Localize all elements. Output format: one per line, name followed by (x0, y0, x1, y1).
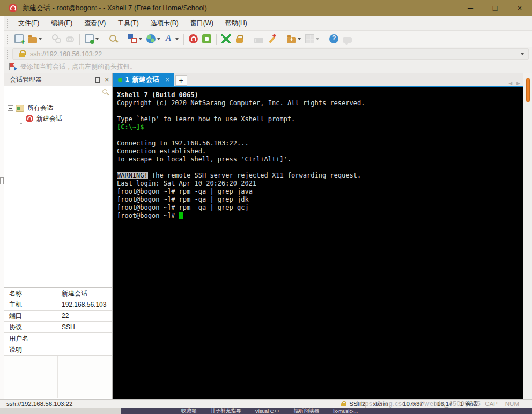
toolbar-grip[interactable] (6, 34, 9, 44)
open-folder-dropdown-icon[interactable] (39, 38, 42, 40)
reconnect-button (63, 32, 77, 46)
menu-item-tab[interactable]: 选项卡(B) (145, 17, 184, 29)
terminal-line (117, 164, 523, 172)
session-properties-table: 名称新建会话主机192.168.56.103端口22协议SSH用户名说明 (4, 287, 112, 398)
session-properties-dropdown-icon[interactable] (95, 38, 99, 40)
menubar-grip[interactable] (6, 18, 9, 28)
status-cap: CAP (485, 401, 498, 407)
tab-close-icon[interactable]: × (166, 76, 169, 84)
property-value[interactable]: 22 (57, 310, 112, 321)
new-folder-button[interactable] (285, 32, 303, 46)
tab-index: 1 (125, 76, 129, 83)
background-taskbar-item: 福昕阅读器 (294, 408, 320, 414)
address-bar[interactable]: ssh://192.168.56.103:22 (12, 48, 529, 60)
help-icon (329, 34, 338, 43)
session-search-input[interactable] (8, 87, 102, 97)
property-row: 主机192.168.56.103 (4, 299, 112, 310)
maximize-button[interactable]: □ (483, 0, 507, 16)
tree-root-label: 所有会话 (27, 104, 53, 113)
new-tab-button[interactable]: + (175, 75, 187, 86)
property-value[interactable]: 192.168.56.103 (57, 299, 112, 310)
menu-item-tools[interactable]: 工具(T) (112, 17, 144, 29)
address-bar-row: ssh://192.168.56.103:22 (0, 47, 532, 61)
tab-scroll-right-icon[interactable]: ▶ (516, 80, 520, 86)
highlight-button[interactable] (265, 32, 279, 46)
window-title: 新建会话 - root@bogon:~ - Xshell 7 (Free for… (23, 3, 207, 13)
status-protocol: SSH2 (341, 401, 365, 407)
toolbar-separator (216, 34, 217, 45)
help-button[interactable] (327, 32, 341, 46)
addressbar-grip[interactable] (6, 49, 9, 59)
tab-bar: 1 新建会话 × + ◀ ▶ (113, 73, 532, 86)
tree-item-all-sessions[interactable]: 所有会话 (4, 102, 112, 113)
close-button[interactable]: × (507, 0, 532, 16)
new-folder-dropdown-icon[interactable] (298, 38, 301, 40)
property-value[interactable] (57, 344, 112, 355)
terminal-line (117, 131, 523, 139)
flag-icon (9, 63, 16, 71)
address-url: ssh://192.168.56.103:22 (30, 50, 102, 58)
status-cursor-pos: 16,17 (431, 401, 453, 407)
find-button[interactable] (107, 32, 120, 46)
scrollbar-thumb[interactable] (526, 78, 530, 102)
sessions-folder-icon (16, 105, 24, 112)
open-folder-button[interactable] (26, 32, 44, 46)
new-session-button[interactable] (12, 32, 26, 46)
status-bar: ssh://192.168.56.103:22 SSH2 xterm 107x3… (0, 399, 532, 408)
connected-dot-icon (118, 78, 122, 82)
property-label: 协议 (4, 322, 57, 332)
info-bar: 要添加当前会话，点击左侧的箭头按钮。 (0, 61, 532, 73)
fullscreen-button[interactable] (219, 32, 233, 46)
status-num: NUM (505, 401, 519, 407)
tile-button (303, 32, 321, 46)
property-row: 端口22 (4, 310, 112, 322)
property-value[interactable]: SSH (57, 322, 112, 332)
menu-item-edit[interactable]: 编辑(E) (45, 17, 78, 29)
background-taskbar-item: Visual C++ (255, 408, 280, 414)
session-manager-panel: 会话管理器 × 所有会话 新建会话 名称新建会话主机192.168.56.103… (4, 73, 113, 399)
arrange-dropdown-icon[interactable] (139, 38, 142, 40)
menu-item-help[interactable]: 帮助(H) (219, 17, 253, 29)
xshell-button[interactable] (187, 32, 200, 46)
fullscreen-icon (221, 34, 231, 43)
ssl-lock-icon (18, 50, 26, 58)
web-dropdown-icon[interactable] (157, 38, 160, 40)
property-row: 说明 (4, 344, 112, 356)
arrange-button[interactable] (126, 32, 144, 46)
tab-scroll-left-icon[interactable]: ◀ (508, 80, 512, 86)
pin-icon[interactable] (94, 77, 99, 83)
xshell-icon (189, 34, 198, 43)
lock-gold-button[interactable] (233, 32, 246, 46)
toolbar-separator (123, 34, 123, 45)
property-value[interactable]: 新建会话 (57, 288, 112, 299)
terminal[interactable]: Xshell 7 (Build 0065)Copyright (c) 2020 … (113, 87, 523, 399)
property-label: 说明 (4, 344, 57, 355)
terminal-scrollbar[interactable] (523, 73, 532, 399)
tile-dropdown-icon[interactable] (316, 38, 319, 40)
panel-close-icon[interactable]: × (105, 76, 109, 83)
address-dropdown-icon[interactable] (521, 53, 524, 55)
session-properties-button[interactable] (83, 32, 101, 46)
xftp-button[interactable] (200, 32, 213, 46)
font-button[interactable] (162, 32, 181, 46)
background-taskbar-item: 收藏箱 (181, 408, 197, 414)
new-session-icon (14, 34, 24, 43)
collapse-icon[interactable] (8, 105, 13, 111)
terminal-cursor (179, 212, 183, 219)
toolbar-separator (47, 34, 47, 45)
font-dropdown-icon[interactable] (175, 38, 179, 40)
terminal-line: [root@bogon ~]# rpm -qa | grep gcj (117, 204, 523, 212)
property-row: 用户名 (4, 333, 112, 344)
terminal-line: Type `help' to learn how to use Xshell p… (117, 115, 523, 123)
web-button[interactable] (144, 32, 162, 46)
session-tree: 所有会话 新建会话 (4, 98, 112, 287)
background-strip: 收藏箱廿子补充指导Visual C++福昕阅读器lx-music-... (0, 408, 532, 414)
reconnect-icon (65, 34, 75, 43)
property-value[interactable] (57, 333, 112, 344)
tab-session[interactable]: 1 新建会话 × (113, 73, 174, 86)
minimize-button[interactable]: ─ (458, 0, 483, 16)
menu-item-view[interactable]: 查看(V) (78, 17, 112, 29)
menu-item-file[interactable]: 文件(F) (12, 17, 45, 29)
window-controls: ─ □ × (458, 0, 532, 16)
menu-item-window[interactable]: 窗口(W) (184, 17, 219, 29)
